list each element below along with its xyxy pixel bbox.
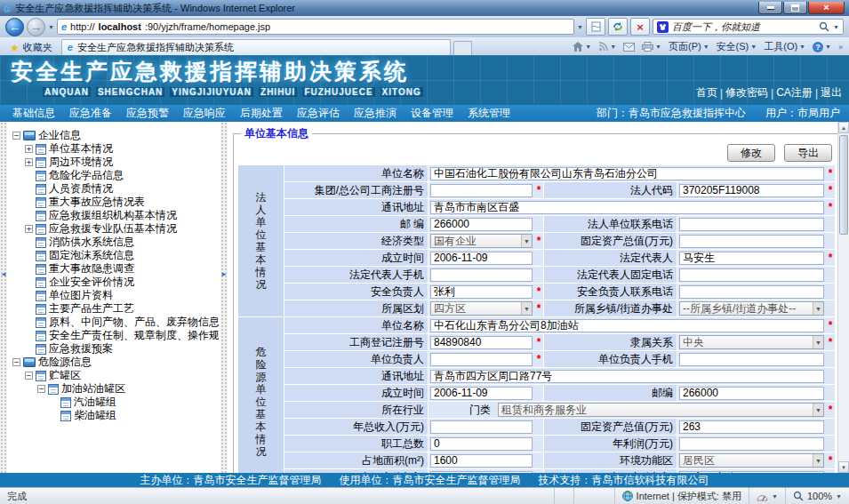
field-input[interactable] <box>679 387 824 400</box>
nav-tab[interactable]: 应急预警 <box>126 106 169 121</box>
browser-tab[interactable]: e 安全生产应急救援指挥辅助决策系统 <box>61 39 451 55</box>
tree-item[interactable]: 柴油罐组 <box>11 409 219 422</box>
tree-item[interactable]: 重大事故隐患调查 <box>11 262 219 276</box>
field-input[interactable] <box>430 285 533 299</box>
scroll-up-icon[interactable]: ▲ <box>838 122 849 133</box>
tree-item[interactable]: −加油站油罐区 <box>11 382 219 396</box>
field-input[interactable] <box>430 252 533 265</box>
dropdown-arrow-icon[interactable]: ▼ <box>521 302 532 315</box>
tree-collapse-icon[interactable]: − <box>25 372 33 380</box>
header-link[interactable]: CA注册 <box>776 85 813 100</box>
nav-tab[interactable]: 设备管理 <box>411 106 453 121</box>
header-link[interactable]: 修改密码 <box>725 85 768 100</box>
field-input[interactable] <box>679 437 824 451</box>
scroll-down-icon[interactable]: ▼ <box>838 461 849 473</box>
field-input[interactable] <box>430 370 824 383</box>
collapse-tree-icon[interactable]: ► <box>220 271 228 278</box>
tree-collapse-icon[interactable]: − <box>12 132 20 140</box>
search-dropdown-icon[interactable]: ▼ <box>833 24 839 30</box>
tree-item[interactable]: 消防供水系统信息 <box>11 236 219 249</box>
tree-item[interactable]: −企业信息 <box>11 129 219 142</box>
tree-item[interactable]: −危险源信息 <box>11 356 219 369</box>
tree-splitter[interactable]: ► <box>220 122 228 473</box>
zoom-control[interactable]: 100% ▼ <box>785 488 849 504</box>
url-field[interactable]: e http://localhost:90/yjzh/frame/homepag… <box>57 19 574 35</box>
tree-item[interactable]: −贮罐区 <box>11 369 219 382</box>
scrollbar-thumb[interactable] <box>839 135 848 235</box>
nav-tab[interactable]: 基础信息 <box>12 106 55 121</box>
field-input[interactable] <box>679 218 824 231</box>
tree-collapse-icon[interactable]: − <box>37 385 45 393</box>
nav-tab[interactable]: 后期处置 <box>240 106 283 121</box>
tree-expand-icon[interactable]: + <box>25 158 33 166</box>
field-input[interactable] <box>679 471 824 474</box>
tree-item[interactable]: 汽油罐组 <box>11 396 219 409</box>
tree-item[interactable]: 应急救援预案 <box>11 342 219 356</box>
help-menu[interactable]: ? ▼ <box>813 42 831 52</box>
field-input[interactable] <box>430 201 824 214</box>
tree-item[interactable]: 单位图片资料 <box>11 289 219 302</box>
tree-expand-icon[interactable]: + <box>25 225 33 233</box>
field-input[interactable] <box>430 454 533 468</box>
tree-collapse-icon[interactable]: − <box>12 358 20 366</box>
forward-button[interactable]: → <box>27 18 45 36</box>
dropdown-arrow-icon[interactable]: ▼ <box>813 302 823 315</box>
print-button[interactable]: ▼ <box>642 42 661 52</box>
search-icon[interactable] <box>819 21 829 32</box>
tree-item[interactable]: +应急救援专业队伍基本情况 <box>11 222 219 236</box>
main-scrollbar[interactable]: ▲ ▼ <box>837 122 849 473</box>
field-input[interactable] <box>679 235 824 248</box>
tree-item[interactable]: +单位基本情况 <box>11 142 219 156</box>
dropdown-arrow-icon[interactable]: ▼ <box>813 404 823 416</box>
recent-pages-dropdown-icon[interactable]: ▼ <box>48 24 54 30</box>
field-input[interactable] <box>430 437 533 451</box>
field-select[interactable]: 居民区▼ <box>679 453 824 468</box>
tree-item[interactable]: 重大事故应急情况表 <box>11 196 219 209</box>
tree-item[interactable]: 人员资质情况 <box>11 182 219 196</box>
tree-item[interactable]: +周边环境情况 <box>11 156 219 169</box>
compatibility-view-button[interactable] <box>586 18 605 36</box>
field-select[interactable]: --所属乡镇/街道办事处--▼ <box>679 301 824 316</box>
dropdown-arrow-icon[interactable]: ▼ <box>813 336 823 348</box>
tree-item[interactable]: 主要产品生产工艺 <box>11 302 219 316</box>
maximize-button[interactable] <box>783 2 807 14</box>
field-input[interactable] <box>430 420 533 434</box>
nav-tab[interactable]: 应急准备 <box>69 106 112 121</box>
read-mail-button[interactable] <box>623 43 635 52</box>
field-input[interactable] <box>679 268 824 282</box>
tree-item[interactable]: 安全生产责任制、规章制度、操作规程信息 <box>11 329 219 342</box>
modify-button[interactable]: 修改 <box>727 144 775 162</box>
home-button[interactable]: ▼ <box>573 42 591 52</box>
field-input[interactable] <box>679 285 824 299</box>
field-input[interactable] <box>430 387 533 400</box>
field-select[interactable]: 四方区▼ <box>430 301 533 316</box>
minimize-button[interactable] <box>758 2 782 14</box>
refresh-button[interactable] <box>608 18 628 36</box>
dropdown-arrow-icon[interactable]: ▼ <box>521 235 532 247</box>
field-input[interactable] <box>430 167 824 180</box>
dropdown-arrow-icon[interactable]: ▼ <box>813 454 823 467</box>
field-input[interactable] <box>430 353 533 366</box>
field-select[interactable]: 租赁和商务服务业▼ <box>498 403 824 417</box>
close-button[interactable]: × <box>808 2 845 14</box>
field-input[interactable] <box>430 218 533 231</box>
url-dropdown-icon[interactable]: ▼ <box>577 24 583 30</box>
field-input[interactable] <box>679 353 824 366</box>
export-button[interactable]: 导出 <box>784 144 832 162</box>
tree-item[interactable]: 原料、中间产物、产品、废弃物信息 <box>11 316 219 329</box>
header-link[interactable]: 首页 <box>696 85 717 100</box>
field-input[interactable] <box>679 184 824 197</box>
nav-tab[interactable]: 应急响应 <box>183 106 226 121</box>
new-tab-button[interactable] <box>453 41 472 55</box>
safety-menu[interactable]: 安全(S) ▼ <box>717 40 757 53</box>
field-select[interactable]: 中央▼ <box>679 335 824 349</box>
tools-menu[interactable]: 工具(O) ▼ <box>764 40 805 53</box>
feeds-button[interactable]: ▼ <box>598 42 616 52</box>
field-input[interactable] <box>430 336 533 349</box>
tree-item[interactable]: 应急救援组织机构基本情况 <box>11 209 219 222</box>
field-select[interactable]: 国有企业▼ <box>430 234 533 248</box>
nav-tab[interactable]: 应急推演 <box>354 106 396 121</box>
stop-button[interactable]: × <box>630 18 650 36</box>
overflow-chevron-icon[interactable]: » <box>838 43 843 52</box>
nav-tab[interactable]: 应急评估 <box>297 106 340 121</box>
